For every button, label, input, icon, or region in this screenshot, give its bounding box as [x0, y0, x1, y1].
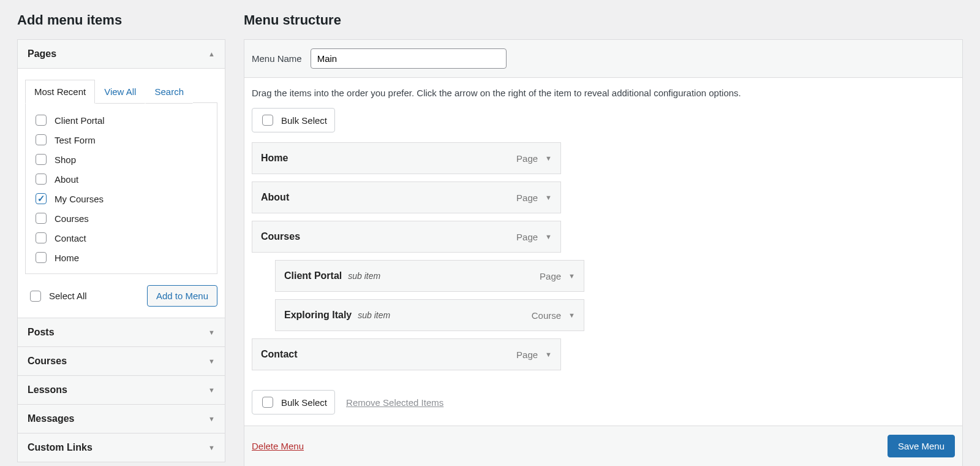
- menu-structure-box: Menu Name Drag the items into the order …: [244, 39, 963, 466]
- menu-item-title: Contact: [261, 349, 298, 360]
- accordion-lessons-title: Lessons: [28, 384, 67, 395]
- chevron-down-icon[interactable]: ▼: [568, 272, 575, 280]
- bulk-select-bottom-label: Bulk Select: [281, 397, 327, 408]
- delete-menu-link[interactable]: Delete Menu: [252, 441, 304, 451]
- menu-item[interactable]: AboutPage▼: [252, 181, 561, 213]
- page-item[interactable]: Client Portal: [32, 110, 211, 130]
- chevron-down-icon: ▼: [208, 329, 215, 336]
- page-item-checkbox[interactable]: [36, 115, 47, 126]
- page-item[interactable]: Contact: [32, 228, 211, 248]
- menu-item-title: Courses: [261, 231, 300, 242]
- menu-item-type: Page: [516, 232, 538, 242]
- page-item[interactable]: Home: [32, 248, 211, 267]
- page-item-label: Test Form: [55, 135, 96, 145]
- page-item-checkbox[interactable]: [36, 174, 47, 185]
- bulk-select-bottom[interactable]: Bulk Select: [252, 390, 335, 414]
- bulk-select-bottom-checkbox[interactable]: [262, 397, 273, 408]
- menu-item[interactable]: HomePage▼: [252, 142, 561, 174]
- menu-item-subnote: sub item: [358, 310, 390, 320]
- accordion-lessons: Lessons ▼: [17, 376, 225, 405]
- accordion-messages-title: Messages: [28, 413, 75, 424]
- pages-list: Client PortalTest FormShopAboutMy Course…: [32, 110, 211, 267]
- page-item-checkbox[interactable]: [36, 252, 47, 263]
- page-item-label: Client Portal: [55, 115, 105, 126]
- save-menu-button[interactable]: Save Menu: [888, 435, 955, 457]
- page-item[interactable]: Shop: [32, 150, 211, 169]
- remove-selected-link[interactable]: Remove Selected Items: [346, 397, 443, 408]
- bulk-select-top-checkbox[interactable]: [262, 115, 273, 126]
- menu-item-title: Client Portal: [284, 270, 342, 281]
- accordion-courses-title: Courses: [28, 356, 67, 367]
- page-item-label: My Courses: [55, 194, 104, 204]
- chevron-down-icon: ▼: [208, 357, 215, 365]
- bulk-select-top-label: Bulk Select: [281, 115, 327, 126]
- menu-items-list: HomePage▼AboutPage▼CoursesPage▼Client Po…: [244, 142, 962, 383]
- select-all-row[interactable]: Select All: [26, 286, 88, 306]
- accordion-posts-header[interactable]: Posts ▼: [18, 318, 225, 346]
- chevron-down-icon[interactable]: ▼: [545, 155, 552, 162]
- page-item[interactable]: My Courses: [32, 189, 211, 208]
- bulk-select-top[interactable]: Bulk Select: [252, 108, 335, 132]
- accordion-courses: Courses ▼: [17, 347, 225, 376]
- menu-item[interactable]: Exploring Italysub itemCourse▼: [275, 299, 584, 331]
- menu-name-input[interactable]: [311, 48, 507, 69]
- chevron-down-icon: ▼: [208, 415, 215, 422]
- page-item-label: Home: [55, 253, 79, 263]
- accordion-custom-links-header[interactable]: Custom Links ▼: [18, 434, 225, 462]
- menu-structure-heading: Menu structure: [244, 12, 963, 28]
- add-menu-items-heading: Add menu items: [17, 12, 225, 28]
- menu-item-title: Exploring Italy: [284, 310, 352, 321]
- accordion-lessons-header[interactable]: Lessons ▼: [18, 376, 225, 404]
- accordion-custom-links-title: Custom Links: [28, 442, 92, 453]
- menu-footer-bar: Delete Menu Save Menu: [244, 426, 962, 466]
- page-item-checkbox[interactable]: [36, 213, 47, 224]
- menu-item[interactable]: ContactPage▼: [252, 338, 561, 370]
- chevron-down-icon: ▼: [208, 386, 215, 394]
- accordion-messages-header[interactable]: Messages ▼: [18, 405, 225, 433]
- chevron-up-icon: ▲: [208, 50, 215, 58]
- accordion-posts: Posts ▼: [17, 318, 225, 347]
- accordion-pages-title: Pages: [28, 48, 56, 59]
- page-item[interactable]: About: [32, 169, 211, 189]
- chevron-down-icon[interactable]: ▼: [545, 351, 552, 358]
- page-item-label: Contact: [55, 233, 86, 243]
- menu-item-title: Home: [261, 153, 288, 164]
- menu-item[interactable]: CoursesPage▼: [252, 221, 561, 253]
- page-item-checkbox[interactable]: [36, 232, 47, 243]
- tab-search[interactable]: Search: [145, 80, 193, 104]
- accordion-pages-header[interactable]: Pages ▲: [18, 40, 225, 69]
- menu-name-label: Menu Name: [252, 53, 302, 64]
- page-item-checkbox[interactable]: [36, 154, 47, 165]
- accordion-custom-links: Custom Links ▼: [17, 434, 225, 462]
- tab-most-recent[interactable]: Most Recent: [25, 80, 95, 104]
- page-item-label: About: [55, 174, 78, 185]
- chevron-down-icon[interactable]: ▼: [568, 311, 575, 319]
- accordion-courses-header[interactable]: Courses ▼: [18, 347, 225, 375]
- page-item-label: Courses: [55, 213, 89, 224]
- pages-tabs: Most Recent View All Search: [25, 80, 217, 103]
- menu-instructions: Drag the items into the order you prefer…: [244, 78, 962, 108]
- page-item[interactable]: Test Form: [32, 130, 211, 150]
- menu-item-type: Page: [516, 193, 538, 203]
- page-item-checkbox[interactable]: [36, 193, 47, 204]
- menu-name-bar: Menu Name: [244, 40, 962, 78]
- page-item-checkbox[interactable]: [36, 134, 47, 145]
- select-all-label: Select All: [49, 291, 87, 301]
- menu-item-type: Page: [540, 271, 561, 281]
- chevron-down-icon[interactable]: ▼: [545, 194, 552, 201]
- accordion-pages: Pages ▲ Most Recent View All Search Clie…: [17, 39, 225, 318]
- chevron-down-icon: ▼: [208, 444, 215, 451]
- chevron-down-icon[interactable]: ▼: [545, 233, 552, 240]
- add-to-menu-button[interactable]: Add to Menu: [147, 285, 217, 307]
- accordion-messages: Messages ▼: [17, 405, 225, 434]
- menu-item-type: Page: [516, 153, 538, 164]
- accordion-posts-title: Posts: [28, 327, 55, 338]
- page-item-label: Shop: [55, 155, 76, 165]
- menu-item-title: About: [261, 192, 289, 203]
- page-item[interactable]: Courses: [32, 208, 211, 228]
- menu-item-subnote: sub item: [348, 271, 380, 281]
- menu-item-type: Course: [532, 310, 561, 321]
- select-all-checkbox[interactable]: [30, 291, 41, 302]
- menu-item[interactable]: Client Portalsub itemPage▼: [275, 260, 584, 292]
- tab-view-all[interactable]: View All: [95, 80, 145, 104]
